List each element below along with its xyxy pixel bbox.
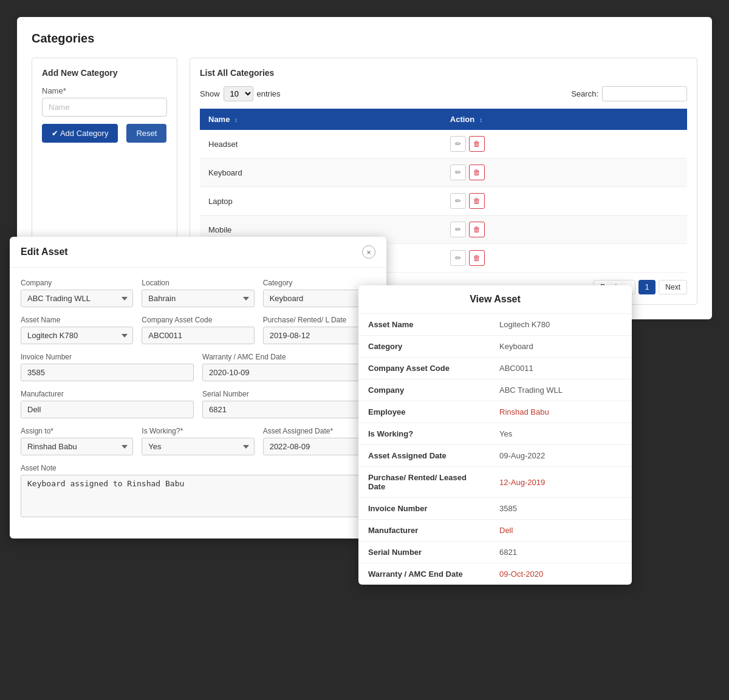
- next-button[interactable]: Next: [659, 280, 687, 294]
- modal-body: Company ABC Trading WLL Location Bahrain…: [10, 268, 386, 539]
- delete-button[interactable]: 🗑: [469, 222, 485, 237]
- assign-to-field: Assign to* Rinshad Babu: [21, 427, 133, 455]
- asset-note-textarea[interactable]: Keyboard assigned to Rinshad Babu: [21, 475, 375, 517]
- view-asset-value: Keyboard: [490, 336, 632, 358]
- close-icon: ×: [366, 248, 371, 257]
- asset-name-select[interactable]: Logitech K780: [21, 327, 133, 344]
- warranty-field: Warranty / AMC End Date: [202, 353, 375, 381]
- delete-button[interactable]: 🗑: [469, 250, 485, 266]
- edit-button[interactable]: ✏: [450, 250, 466, 266]
- invoice-number-label: Invoice Number: [21, 353, 194, 361]
- show-label: Show: [200, 89, 220, 98]
- add-category-button[interactable]: ✔ Add Category: [42, 124, 118, 143]
- view-asset-row: Company ABC Trading WLL: [358, 379, 632, 401]
- company-field: Company ABC Trading WLL: [21, 279, 133, 307]
- view-asset-label: Employee: [358, 401, 490, 423]
- table-row: Headset ✏ 🗑: [200, 130, 687, 158]
- view-asset-label: Invoice Number: [358, 498, 490, 520]
- add-category-title-rest: Category: [81, 68, 118, 78]
- table-controls: Show 10 25 50 entries Search:: [200, 86, 687, 101]
- action-column-label: Action: [450, 115, 474, 124]
- view-asset-row: Asset Name Logitech K780: [358, 314, 632, 336]
- view-asset-row: Asset Assigned Date 09-Aug-2022: [358, 445, 632, 467]
- action-cell: ✏ 🗑: [442, 158, 687, 187]
- row-4: Manufacturer Serial Number: [21, 390, 375, 418]
- view-asset-panel: View Asset Asset Name Logitech K780 Cate…: [358, 285, 632, 585]
- view-asset-label: Is Working?: [358, 423, 490, 445]
- location-select[interactable]: Bahrain: [142, 290, 254, 307]
- name-input[interactable]: [42, 98, 167, 117]
- edit-asset-title: Edit Asset: [21, 246, 68, 257]
- edit-asset-modal: Edit Asset × Company ABC Trading WLL Loc…: [10, 237, 386, 539]
- view-asset-row: Company Asset Code ABC0011: [358, 358, 632, 379]
- list-category-title-rest: Categories: [230, 68, 274, 78]
- view-asset-value: 3585: [490, 498, 632, 520]
- serial-number-input[interactable]: [202, 401, 375, 418]
- asset-name-field: Asset Name Logitech K780: [21, 316, 133, 344]
- list-category-title-bold: List All: [200, 68, 228, 78]
- name-form-group: Name*: [42, 86, 167, 117]
- delete-button[interactable]: 🗑: [469, 165, 485, 180]
- company-label: Company: [21, 279, 133, 287]
- view-asset-value: Logitech K780: [490, 314, 632, 336]
- add-category-title-bold: Add New: [42, 68, 78, 78]
- view-asset-label: Serial Number: [358, 542, 490, 563]
- company-asset-code-input[interactable]: [142, 327, 254, 344]
- edit-button[interactable]: ✏: [450, 165, 466, 180]
- add-category-title: Add New Category: [42, 68, 167, 78]
- location-label: Location: [142, 279, 254, 287]
- invoice-number-input[interactable]: [21, 364, 194, 381]
- search-input[interactable]: [602, 86, 687, 101]
- view-asset-label: Company: [358, 379, 490, 401]
- edit-button[interactable]: ✏: [450, 136, 466, 152]
- view-asset-label: Asset Assigned Date: [358, 445, 490, 467]
- assign-to-select[interactable]: Rinshad Babu: [21, 438, 133, 455]
- checkmark-icon: ✔: [52, 129, 58, 138]
- list-category-title: List All Categories: [200, 68, 687, 78]
- view-asset-value: ABC Trading WLL: [490, 379, 632, 401]
- view-asset-row: Category Keyboard: [358, 336, 632, 358]
- search-area: Search:: [571, 86, 687, 101]
- asset-name-label: Asset Name: [21, 316, 133, 324]
- manufacturer-input[interactable]: [21, 401, 194, 418]
- modal-header: Edit Asset ×: [10, 237, 386, 268]
- view-asset-value: 09-Aug-2022: [490, 445, 632, 467]
- company-select[interactable]: ABC Trading WLL: [21, 290, 133, 307]
- view-asset-label: Category: [358, 336, 490, 358]
- name-label: Name*: [42, 86, 167, 95]
- view-asset-label: Company Asset Code: [358, 358, 490, 379]
- category-name-cell: Headset: [200, 130, 442, 158]
- table-row: Laptop ✏ 🗑: [200, 187, 687, 216]
- view-asset-row: Is Working? Yes: [358, 423, 632, 445]
- serial-number-label: Serial Number: [202, 390, 375, 398]
- view-asset-label: Warranty / AMC End Date: [358, 563, 490, 585]
- add-category-label: Add Category: [60, 129, 109, 138]
- row-5: Assign to* Rinshad Babu Is Working?* Yes…: [21, 427, 375, 455]
- is-working-select[interactable]: Yes No: [142, 438, 254, 455]
- edit-button[interactable]: ✏: [450, 222, 466, 237]
- entries-label: entries: [257, 89, 281, 98]
- name-sort-icon[interactable]: ↕: [234, 117, 238, 123]
- view-asset-value: Rinshad Babu: [490, 401, 632, 423]
- action-cell: ✏ 🗑: [442, 216, 687, 244]
- action-sort-icon[interactable]: ↕: [479, 117, 482, 123]
- page-1-button[interactable]: 1: [638, 280, 656, 294]
- entries-select[interactable]: 10 25 50: [224, 86, 253, 101]
- row-2: Asset Name Logitech K780 Company Asset C…: [21, 316, 375, 344]
- view-asset-label: Asset Name: [358, 314, 490, 336]
- view-asset-value: Yes: [490, 423, 632, 445]
- view-asset-value: 12-Aug-2019: [490, 467, 632, 498]
- edit-button[interactable]: ✏: [450, 193, 466, 209]
- reset-button[interactable]: Reset: [126, 124, 166, 143]
- view-asset-label: Purchase/ Rented/ Leased Date: [358, 467, 490, 498]
- delete-button[interactable]: 🗑: [469, 193, 485, 209]
- warranty-input[interactable]: [202, 364, 375, 381]
- show-entries: Show 10 25 50 entries: [200, 86, 281, 101]
- row-3: Invoice Number Warranty / AMC End Date: [21, 353, 375, 381]
- manufacturer-label: Manufacturer: [21, 390, 194, 398]
- view-asset-header: View Asset: [358, 285, 632, 314]
- warranty-label: Warranty / AMC End Date: [202, 353, 375, 361]
- modal-close-button[interactable]: ×: [362, 245, 375, 259]
- delete-button[interactable]: 🗑: [469, 136, 485, 152]
- action-cell: ✏ 🗑: [442, 187, 687, 216]
